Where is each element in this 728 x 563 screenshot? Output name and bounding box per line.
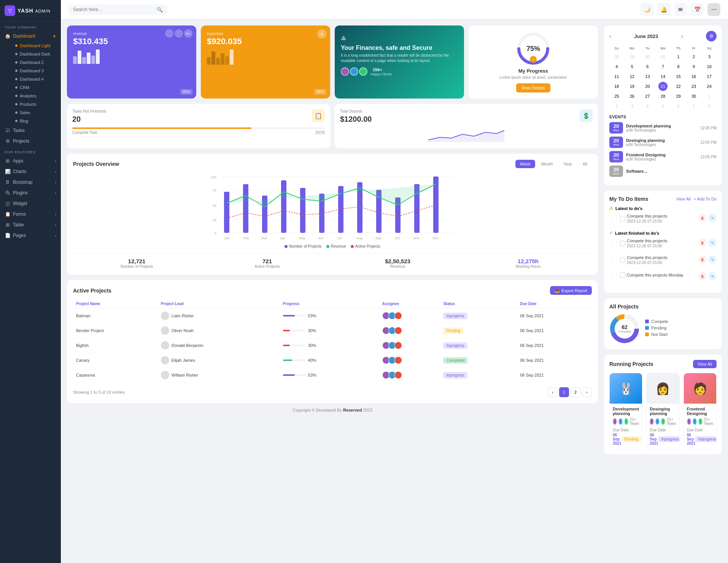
next-page-button[interactable]: › bbox=[582, 387, 592, 397]
cal-day-prev-28[interactable]: 28 bbox=[612, 52, 621, 61]
cal-day-4[interactable]: 4 bbox=[612, 62, 621, 71]
cal-day-13[interactable]: 13 bbox=[643, 72, 652, 81]
more-options-button[interactable]: ⋯ bbox=[707, 3, 720, 16]
cal-day-17[interactable]: 17 bbox=[705, 72, 714, 81]
sidebar-item-charts[interactable]: 📊Charts › bbox=[0, 166, 61, 177]
cal-day-19[interactable]: 19 bbox=[628, 82, 637, 91]
theme-toggle-button[interactable]: 🌙 bbox=[641, 3, 653, 16]
cal-day-next-2[interactable]: 2 bbox=[612, 102, 621, 111]
cal-day-22[interactable]: 22 bbox=[674, 82, 683, 91]
sidebar-item-widget[interactable]: ◫Widget bbox=[0, 198, 61, 209]
notification-button[interactable]: 🔔 bbox=[657, 3, 670, 16]
cal-day-next-5[interactable]: 5 bbox=[658, 102, 668, 111]
cal-day-next-7[interactable]: 7 bbox=[689, 102, 698, 111]
todo-delete-4[interactable]: 🗑 bbox=[698, 272, 707, 280]
cal-day-10[interactable]: 10 bbox=[705, 62, 714, 71]
cal-day-25[interactable]: 25 bbox=[612, 92, 621, 101]
cal-day-next-1[interactable]: 1 bbox=[705, 92, 714, 101]
cal-day-16[interactable]: 16 bbox=[689, 72, 698, 81]
sidebar-item-plugins[interactable]: 🔌Plugins › bbox=[0, 188, 61, 198]
sidebar-item-dashboard-3[interactable]: Dashboard 3 bbox=[11, 67, 61, 75]
todo-checkbox-1[interactable] bbox=[620, 216, 625, 221]
cal-prev-button[interactable]: ‹ bbox=[609, 33, 611, 39]
todo-delete-3[interactable]: 🗑 bbox=[698, 255, 707, 264]
prev-page-button[interactable]: ‹ bbox=[548, 387, 558, 397]
todo-checkbox-3[interactable] bbox=[620, 258, 625, 263]
todo-view-all-link[interactable]: View All bbox=[676, 197, 691, 201]
sidebar-item-dashboard-dark[interactable]: Dashboard Dark bbox=[11, 50, 61, 58]
tab-year[interactable]: Year bbox=[559, 160, 577, 168]
todo-edit-1[interactable]: ✎ bbox=[708, 214, 717, 222]
page-1-button[interactable]: 1 bbox=[559, 387, 569, 397]
tab-all[interactable]: All bbox=[578, 160, 592, 168]
todo-edit-3[interactable]: ✎ bbox=[708, 255, 717, 264]
todo-edit-4[interactable]: ✎ bbox=[708, 272, 717, 280]
cal-day-2[interactable]: 2 bbox=[689, 52, 698, 61]
cal-day-next-3[interactable]: 3 bbox=[628, 102, 637, 111]
cal-day-24[interactable]: 24 bbox=[705, 82, 714, 91]
sidebar-item-projects[interactable]: ⚙Projects bbox=[0, 136, 61, 146]
sidebar-item-dashboard-4[interactable]: Dashboard 4 bbox=[11, 75, 61, 83]
calendar-button[interactable]: 📅 bbox=[691, 3, 704, 16]
cal-day-9[interactable]: 9 bbox=[689, 62, 698, 71]
todo-checkbox-4[interactable] bbox=[620, 272, 625, 278]
sidebar-item-sales[interactable]: Sales bbox=[11, 108, 61, 117]
sidebar-item-pages[interactable]: 📄Pages › bbox=[0, 230, 61, 241]
more-details-button[interactable]: More Details bbox=[516, 83, 550, 92]
cal-next-button[interactable]: › bbox=[681, 33, 683, 39]
cal-day-30[interactable]: 30 bbox=[689, 92, 698, 101]
sidebar-item-tasks[interactable]: ☑Tasks bbox=[0, 125, 61, 136]
cal-day-next-8[interactable]: 8 bbox=[705, 102, 714, 111]
todo-delete-1[interactable]: 🗑 bbox=[698, 214, 707, 222]
cal-settings-button[interactable]: ⚙ bbox=[706, 31, 717, 41]
cal-day-18[interactable]: 18 bbox=[612, 82, 621, 91]
sidebar-item-dashboard-2[interactable]: Dashboard 2 bbox=[11, 58, 61, 67]
todo-delete-2[interactable]: 🗑 bbox=[698, 239, 707, 247]
sidebar-item-bootstrap[interactable]: BBootstrap › bbox=[0, 177, 61, 188]
page-2-button[interactable]: 2 bbox=[571, 387, 580, 397]
cal-day-8[interactable]: 8 bbox=[674, 62, 683, 71]
cal-day-12[interactable]: 12 bbox=[628, 72, 637, 81]
cal-day-29[interactable]: 29 bbox=[674, 92, 683, 101]
todo-checkbox-2[interactable] bbox=[620, 241, 625, 246]
cal-day-21[interactable]: 21 bbox=[658, 82, 668, 91]
tab-week[interactable]: Week bbox=[515, 160, 535, 168]
search-box[interactable]: 🔍 bbox=[68, 5, 167, 15]
cal-day-14[interactable]: 14 bbox=[658, 72, 668, 81]
sidebar-item-crm[interactable]: CRM bbox=[11, 83, 61, 92]
sidebar-item-dashboard[interactable]: 🏠 Dashboard ▼ bbox=[0, 31, 61, 41]
cal-day-5[interactable]: 5 bbox=[628, 62, 637, 71]
sidebar-item-blog[interactable]: Blog bbox=[11, 117, 61, 125]
tab-month[interactable]: Month bbox=[537, 160, 558, 168]
cal-day-20[interactable]: 20 bbox=[643, 82, 652, 91]
todo-add-link[interactable]: + Add To Do bbox=[694, 197, 717, 201]
cal-day-next-6[interactable]: 6 bbox=[674, 102, 683, 111]
cal-day-next-4[interactable]: 4 bbox=[643, 102, 652, 111]
cal-day-23[interactable]: 23 bbox=[689, 82, 698, 91]
search-input[interactable] bbox=[73, 7, 154, 12]
cal-day-prev-31[interactable]: 31 bbox=[658, 52, 668, 61]
cal-day-26[interactable]: 26 bbox=[628, 92, 637, 101]
sidebar-item-products[interactable]: Products bbox=[11, 100, 61, 108]
cal-day-28[interactable]: 28 bbox=[658, 92, 668, 101]
cal-day-15[interactable]: 15 bbox=[674, 72, 683, 81]
sidebar-item-forms[interactable]: 📋Forms › bbox=[0, 209, 61, 219]
cal-day-6[interactable]: 6 bbox=[643, 62, 652, 71]
cal-day-11[interactable]: 11 bbox=[612, 72, 621, 81]
cal-day-27[interactable]: 27 bbox=[643, 92, 652, 101]
cal-day-7[interactable]: 7 bbox=[658, 62, 668, 71]
warn-icon: ⚠ bbox=[609, 206, 613, 211]
todo-edit-2[interactable]: ✎ bbox=[708, 239, 717, 247]
sidebar-item-table[interactable]: ⊞Table › bbox=[0, 219, 61, 230]
view-all-running-button[interactable]: View All bbox=[693, 360, 717, 368]
sidebar-item-apps[interactable]: ⊞Apps › bbox=[0, 156, 61, 166]
cal-day-1[interactable]: 1 bbox=[674, 52, 683, 61]
cal-day-prev-30[interactable]: 30 bbox=[643, 52, 652, 61]
sidebar-item-analytics[interactable]: Analytics bbox=[11, 92, 61, 100]
cal-day-prev-29[interactable]: 29 bbox=[628, 52, 637, 61]
sidebar-item-dashboard-light[interactable]: Dashboard Light bbox=[11, 41, 61, 50]
stat-revenue: $2,50,523 Revenue bbox=[334, 258, 461, 269]
mail-button[interactable]: ✉ bbox=[674, 3, 687, 16]
export-report-button[interactable]: 📥 Export Report bbox=[550, 286, 592, 295]
cal-day-3[interactable]: 3 bbox=[705, 52, 714, 61]
